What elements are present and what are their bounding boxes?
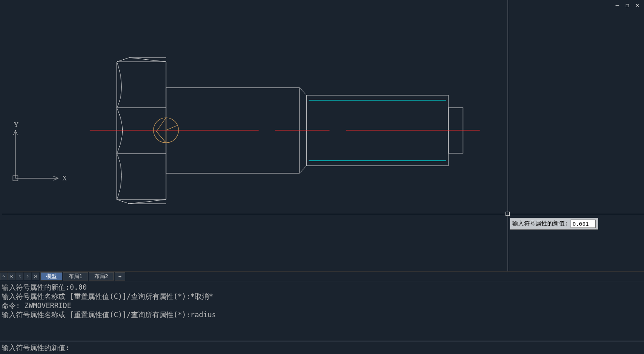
ucs-y-label: Y bbox=[14, 122, 19, 128]
ucs-icon: Y X bbox=[10, 122, 69, 185]
tab-nav-last[interactable] bbox=[32, 273, 39, 280]
window-controls: — ❐ ✕ bbox=[614, 2, 641, 8]
tooltip-label: 输入符号属性的新值: bbox=[512, 220, 568, 228]
svg-line-11 bbox=[166, 125, 178, 130]
tab-model[interactable]: 模型 bbox=[40, 272, 62, 281]
layout-tabbar: 模型 布局1 布局2 + bbox=[0, 271, 644, 281]
command-history[interactable]: 输入符号属性的新值:0.00 输入符号属性名称或 [重置属性值(C)]/查询所有… bbox=[0, 281, 644, 341]
left-gutter bbox=[0, 0, 2, 271]
tooltip-input[interactable] bbox=[571, 220, 596, 228]
tab-nav-up[interactable] bbox=[0, 273, 8, 280]
command-prompt: 输入符号属性的新值: bbox=[2, 343, 70, 353]
tab-nav-next[interactable] bbox=[24, 273, 31, 280]
tab-nav-prev[interactable] bbox=[16, 273, 23, 280]
tab-add[interactable]: + bbox=[115, 272, 126, 281]
tab-layout1[interactable]: 布局1 bbox=[63, 272, 88, 281]
command-line[interactable]: 输入符号属性的新值: bbox=[0, 341, 644, 354]
dynamic-input-tooltip: 输入符号属性的新值: bbox=[510, 218, 598, 230]
tab-nav-first[interactable] bbox=[8, 273, 15, 280]
drawing-canvas[interactable]: Y X 输入符号属性的新值: bbox=[0, 0, 644, 271]
close-button[interactable]: ✕ bbox=[634, 2, 641, 8]
tab-layout2[interactable]: 布局2 bbox=[89, 272, 114, 281]
ucs-x-label: X bbox=[62, 174, 67, 182]
minimize-button[interactable]: — bbox=[614, 2, 621, 8]
cad-drawing bbox=[0, 0, 644, 271]
maximize-button[interactable]: ❐ bbox=[624, 2, 631, 8]
